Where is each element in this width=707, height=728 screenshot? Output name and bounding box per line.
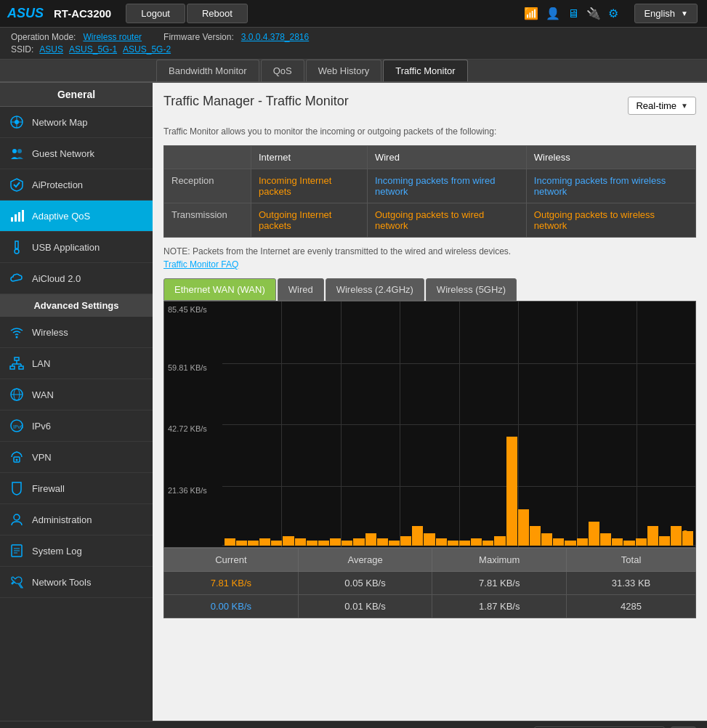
sidebar-item-aiprotection[interactable]: AiProtection [0, 169, 153, 201]
reboot-button[interactable]: Reboot [187, 4, 248, 23]
stats-header-current: Current [164, 549, 299, 572]
sidebar-item-guest-network[interactable]: Guest Network [0, 138, 153, 169]
sidebar-item-network-tools[interactable]: Network Tools [0, 567, 153, 598]
sidebar-general-section: General [0, 83, 153, 107]
bar [318, 541, 329, 546]
logo-asus: ASUS [7, 6, 44, 21]
svg-rect-16 [19, 366, 23, 369]
link-outgoing-internet[interactable]: Outgoing Internet packets [259, 209, 331, 231]
tab-qos[interactable]: QoS [261, 60, 304, 81]
page-title: Traffic Manager - Traffic Monitor [163, 94, 349, 109]
chart-label-y3: 42.72 KB/s [168, 424, 207, 433]
realtime-dropdown[interactable]: Real-time ▼ [628, 97, 696, 115]
bar [283, 536, 294, 546]
cell-reception-wireless: Incoming packets from wireless network [526, 169, 695, 203]
bar [589, 522, 599, 546]
content-area: Traffic Manager - Traffic Monitor Real-t… [153, 83, 707, 721]
logo: ASUS RT-AC3200 [0, 6, 118, 21]
stats-total-1: 31.33 KB [567, 572, 696, 595]
sidebar-item-ipv6[interactable]: IPv6 IPv6 [0, 410, 153, 442]
bar [612, 538, 623, 546]
traffic-table: Internet Wired Wireless Reception Incomi… [163, 145, 696, 238]
sidebar-item-usb-application[interactable]: USB Application [0, 232, 153, 263]
info-bar: Operation Mode: Wireless router Firmware… [0, 28, 707, 60]
aiprotection-icon [9, 177, 25, 193]
bar [271, 541, 282, 546]
bar [647, 526, 658, 546]
ssid-1[interactable]: ASUS [39, 44, 63, 54]
ssid-label: SSID: [11, 44, 33, 54]
stats-header-average: Average [298, 549, 432, 572]
stats-header-maximum: Maximum [432, 549, 567, 572]
svg-point-13 [16, 336, 18, 339]
traffic-monitor-faq-link[interactable]: Traffic Monitor FAQ [163, 259, 696, 270]
sidebar-item-adaptive-qos[interactable]: Adaptive QoS [0, 201, 153, 232]
settings-icon: ⚙ [608, 7, 618, 20]
page-description: Traffic Monitor allows you to monitor th… [163, 126, 696, 137]
stats-header-total: Total [567, 549, 696, 572]
chart-bars [222, 302, 695, 547]
tab-traffic-monitor[interactable]: Traffic Monitor [383, 60, 467, 81]
sidebar-item-administration[interactable]: Administration [0, 504, 153, 535]
firmware-value[interactable]: 3.0.0.4.378_2816 [241, 32, 309, 42]
tab-bandwidth-monitor[interactable]: Bandwidth Monitor [156, 60, 259, 81]
svg-point-4 [12, 149, 17, 153]
sidebar-item-lan[interactable]: LAN [0, 348, 153, 379]
tab-ethernet-wan[interactable]: Ethernet WAN (WAN) [163, 278, 276, 301]
administration-icon [9, 511, 25, 527]
sidebar-item-system-log[interactable]: System Log [0, 535, 153, 567]
bar [342, 541, 352, 546]
sidebar-item-aicloud[interactable]: AiCloud 2.0 [0, 263, 153, 294]
col-header-wired: Wired [367, 146, 526, 169]
sidebar-advanced-section: Advanced Settings [0, 294, 153, 317]
bar [553, 538, 564, 546]
title-row: Traffic Manager - Traffic Monitor Real-t… [163, 94, 696, 118]
tab-wireless-24ghz[interactable]: Wireless (2.4GHz) [326, 278, 424, 301]
logout-button[interactable]: Logout [126, 4, 185, 23]
ipv6-icon: IPv6 [9, 418, 25, 434]
table-row-transmission: Transmission Outgoing Internet packets O… [164, 203, 696, 238]
operation-mode-value[interactable]: Wireless router [83, 32, 142, 42]
language-button[interactable]: English ▼ [634, 4, 698, 23]
tabs-bar: Bandwidth Monitor QoS Web History Traffi… [0, 60, 707, 83]
sidebar-item-firewall[interactable]: Firewall [0, 473, 153, 504]
bar [436, 538, 447, 546]
ssid-3[interactable]: ASUS_5G-2 [123, 44, 171, 54]
bar [577, 538, 588, 546]
sidebar-label-lan: LAN [32, 358, 50, 369]
stats-total-2: 4285 [567, 595, 696, 618]
bar [565, 541, 575, 546]
aicloud-icon [9, 270, 25, 286]
bar [236, 541, 247, 546]
link-outgoing-wireless[interactable]: Outgoing packets to wireless network [534, 209, 655, 231]
row-label-reception: Reception [164, 169, 251, 203]
tab-web-history[interactable]: Web History [306, 60, 382, 81]
sidebar-item-network-map[interactable]: Network Map [0, 107, 153, 138]
bar [295, 538, 306, 546]
svg-rect-6 [11, 217, 13, 222]
chart-label-y1: 85.45 KB/s [168, 305, 207, 314]
bar [377, 538, 388, 546]
sidebar-item-vpn[interactable]: VPN [0, 442, 153, 473]
link-incoming-wired[interactable]: Incoming packets from wired network [375, 175, 495, 197]
bar [424, 533, 435, 546]
chart-area: 85.45 KB/s 59.81 KB/s 42.72 KB/s 21.36 K… [163, 301, 696, 548]
cell-transmission-wired: Outgoing packets to wired network [367, 203, 526, 238]
link-incoming-wireless[interactable]: Incoming packets from wireless network [534, 175, 666, 197]
lan-icon [9, 355, 25, 371]
sidebar-item-wireless[interactable]: Wireless [0, 317, 153, 348]
sidebar-item-wan[interactable]: WAN [0, 379, 153, 410]
realtime-label: Real-time [636, 100, 676, 111]
tab-wireless-5ghz[interactable]: Wireless (5GHz) [426, 278, 517, 301]
wireless-icon [9, 324, 25, 340]
svg-rect-15 [10, 366, 15, 369]
usb-icon: 🔌 [586, 7, 601, 20]
tab-wired[interactable]: Wired [278, 278, 324, 301]
bar [494, 536, 505, 546]
col-header-internet: Internet [251, 146, 368, 169]
stats-row-2: 0.00 KB/s 0.01 KB/s 1.87 KB/s 4285 [164, 595, 696, 618]
ssid-2[interactable]: ASUS_5G-1 [69, 44, 117, 54]
svg-text:IPv6: IPv6 [13, 424, 23, 429]
link-outgoing-wired[interactable]: Outgoing packets to wired network [375, 209, 484, 231]
link-incoming-internet[interactable]: Incoming Internet packets [259, 175, 331, 197]
